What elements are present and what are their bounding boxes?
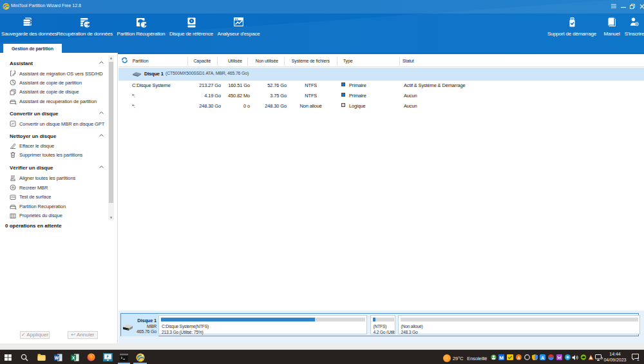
svg-text:A: A (541, 356, 544, 360)
svg-text:1: 1 (637, 357, 639, 361)
svg-text:M: M (499, 355, 504, 361)
svg-text:A: A (517, 356, 520, 360)
